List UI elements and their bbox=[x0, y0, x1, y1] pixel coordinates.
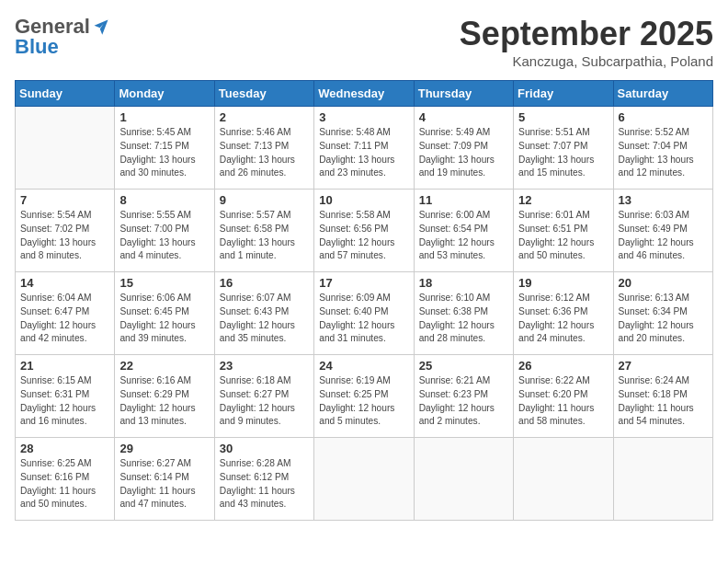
day-number: 25 bbox=[419, 359, 508, 373]
calendar-table: SundayMondayTuesdayWednesdayThursdayFrid… bbox=[15, 80, 713, 521]
calendar-cell: 30Sunrise: 6:28 AMSunset: 6:12 PMDayligh… bbox=[214, 438, 313, 521]
calendar-cell: 25Sunrise: 6:21 AMSunset: 6:23 PMDayligh… bbox=[414, 355, 513, 438]
weekday-header-saturday: Saturday bbox=[613, 81, 712, 107]
calendar-cell: 5Sunrise: 5:51 AMSunset: 7:07 PMDaylight… bbox=[514, 107, 613, 190]
calendar-cell: 10Sunrise: 5:58 AMSunset: 6:56 PMDayligh… bbox=[314, 190, 414, 272]
day-info: Sunrise: 5:51 AMSunset: 7:07 PMDaylight:… bbox=[518, 126, 608, 180]
day-number: 20 bbox=[619, 276, 708, 290]
calendar-cell: 27Sunrise: 6:24 AMSunset: 6:18 PMDayligh… bbox=[613, 355, 712, 438]
logo-bird-icon bbox=[92, 17, 110, 36]
week-row-5: 28Sunrise: 6:25 AMSunset: 6:16 PMDayligh… bbox=[16, 438, 713, 521]
day-info: Sunrise: 5:48 AMSunset: 7:11 PMDaylight:… bbox=[319, 126, 408, 180]
day-number: 7 bbox=[20, 193, 109, 207]
page-header: General Blue September 2025 Kanczuga, Su… bbox=[15, 15, 713, 69]
calendar-cell bbox=[414, 438, 513, 521]
day-info: Sunrise: 6:01 AMSunset: 6:51 PMDaylight:… bbox=[518, 209, 608, 263]
calendar-cell: 18Sunrise: 6:10 AMSunset: 6:38 PMDayligh… bbox=[414, 272, 513, 355]
day-info: Sunrise: 6:07 AMSunset: 6:43 PMDaylight:… bbox=[220, 292, 309, 346]
day-number: 15 bbox=[119, 276, 209, 290]
day-info: Sunrise: 5:52 AMSunset: 7:04 PMDaylight:… bbox=[619, 126, 708, 180]
day-info: Sunrise: 6:15 AMSunset: 6:31 PMDaylight:… bbox=[20, 374, 109, 429]
calendar-cell: 26Sunrise: 6:22 AMSunset: 6:20 PMDayligh… bbox=[514, 355, 613, 438]
calendar-cell: 9Sunrise: 5:57 AMSunset: 6:58 PMDaylight… bbox=[214, 190, 313, 272]
day-number: 28 bbox=[20, 442, 109, 455]
day-info: Sunrise: 6:27 AMSunset: 6:14 PMDaylight:… bbox=[119, 457, 209, 511]
weekday-header-monday: Monday bbox=[115, 81, 214, 107]
day-info: Sunrise: 6:00 AMSunset: 6:54 PMDaylight:… bbox=[419, 209, 508, 263]
day-number: 27 bbox=[619, 359, 708, 373]
calendar-cell: 6Sunrise: 5:52 AMSunset: 7:04 PMDaylight… bbox=[613, 107, 712, 190]
day-info: Sunrise: 6:28 AMSunset: 6:12 PMDaylight:… bbox=[220, 457, 309, 511]
calendar-cell: 1Sunrise: 5:45 AMSunset: 7:15 PMDaylight… bbox=[115, 107, 214, 190]
calendar-cell: 2Sunrise: 5:46 AMSunset: 7:13 PMDaylight… bbox=[214, 107, 313, 190]
calendar-cell: 28Sunrise: 6:25 AMSunset: 6:16 PMDayligh… bbox=[16, 438, 115, 521]
calendar-cell: 16Sunrise: 6:07 AMSunset: 6:43 PMDayligh… bbox=[214, 272, 313, 355]
calendar-cell: 23Sunrise: 6:18 AMSunset: 6:27 PMDayligh… bbox=[214, 355, 313, 438]
day-info: Sunrise: 5:58 AMSunset: 6:56 PMDaylight:… bbox=[319, 209, 408, 263]
day-number: 22 bbox=[119, 359, 209, 373]
weekday-header-tuesday: Tuesday bbox=[214, 81, 313, 107]
logo: General Blue bbox=[15, 15, 110, 59]
calendar-cell: 21Sunrise: 6:15 AMSunset: 6:31 PMDayligh… bbox=[16, 355, 115, 438]
day-info: Sunrise: 6:19 AMSunset: 6:25 PMDaylight:… bbox=[319, 374, 408, 429]
day-number: 5 bbox=[518, 110, 608, 124]
day-info: Sunrise: 6:09 AMSunset: 6:40 PMDaylight:… bbox=[319, 292, 408, 346]
day-info: Sunrise: 6:18 AMSunset: 6:27 PMDaylight:… bbox=[220, 374, 309, 429]
calendar-cell: 8Sunrise: 5:55 AMSunset: 7:00 PMDaylight… bbox=[115, 190, 214, 272]
week-row-3: 14Sunrise: 6:04 AMSunset: 6:47 PMDayligh… bbox=[16, 272, 713, 355]
calendar-cell: 4Sunrise: 5:49 AMSunset: 7:09 PMDaylight… bbox=[414, 107, 513, 190]
day-number: 16 bbox=[220, 276, 309, 290]
calendar-cell bbox=[314, 438, 414, 521]
day-info: Sunrise: 6:22 AMSunset: 6:20 PMDaylight:… bbox=[518, 374, 608, 429]
day-info: Sunrise: 5:55 AMSunset: 7:00 PMDaylight:… bbox=[119, 209, 209, 263]
calendar-cell: 17Sunrise: 6:09 AMSunset: 6:40 PMDayligh… bbox=[314, 272, 414, 355]
calendar-cell: 24Sunrise: 6:19 AMSunset: 6:25 PMDayligh… bbox=[314, 355, 414, 438]
week-row-4: 21Sunrise: 6:15 AMSunset: 6:31 PMDayligh… bbox=[16, 355, 713, 438]
day-number: 23 bbox=[220, 359, 309, 373]
day-info: Sunrise: 5:45 AMSunset: 7:15 PMDaylight:… bbox=[119, 126, 209, 180]
day-info: Sunrise: 6:04 AMSunset: 6:47 PMDaylight:… bbox=[20, 292, 109, 346]
calendar-cell bbox=[514, 438, 613, 521]
day-number: 26 bbox=[518, 359, 608, 373]
title-block: September 2025 Kanczuga, Subcarpathia, P… bbox=[460, 15, 713, 69]
day-number: 29 bbox=[119, 442, 209, 455]
day-number: 19 bbox=[518, 276, 608, 290]
day-number: 18 bbox=[419, 276, 508, 290]
day-number: 1 bbox=[119, 110, 209, 124]
day-info: Sunrise: 6:21 AMSunset: 6:23 PMDaylight:… bbox=[419, 374, 508, 429]
day-info: Sunrise: 5:46 AMSunset: 7:13 PMDaylight:… bbox=[220, 126, 309, 180]
calendar-cell: 12Sunrise: 6:01 AMSunset: 6:51 PMDayligh… bbox=[514, 190, 613, 272]
weekday-header-friday: Friday bbox=[514, 81, 613, 107]
day-info: Sunrise: 6:06 AMSunset: 6:45 PMDaylight:… bbox=[119, 292, 209, 346]
day-info: Sunrise: 6:25 AMSunset: 6:16 PMDaylight:… bbox=[20, 457, 109, 511]
day-number: 14 bbox=[20, 276, 109, 290]
day-info: Sunrise: 5:54 AMSunset: 7:02 PMDaylight:… bbox=[20, 209, 109, 263]
weekday-header-wednesday: Wednesday bbox=[314, 81, 414, 107]
week-row-1: 1Sunrise: 5:45 AMSunset: 7:15 PMDaylight… bbox=[16, 107, 713, 190]
calendar-cell: 15Sunrise: 6:06 AMSunset: 6:45 PMDayligh… bbox=[115, 272, 214, 355]
day-info: Sunrise: 6:03 AMSunset: 6:49 PMDaylight:… bbox=[619, 209, 708, 263]
day-number: 4 bbox=[419, 110, 508, 124]
calendar-cell: 19Sunrise: 6:12 AMSunset: 6:36 PMDayligh… bbox=[514, 272, 613, 355]
location-subtitle: Kanczuga, Subcarpathia, Poland bbox=[460, 53, 713, 69]
day-number: 21 bbox=[20, 359, 109, 373]
day-number: 17 bbox=[319, 276, 408, 290]
day-number: 10 bbox=[319, 193, 408, 207]
calendar-cell: 29Sunrise: 6:27 AMSunset: 6:14 PMDayligh… bbox=[115, 438, 214, 521]
week-row-2: 7Sunrise: 5:54 AMSunset: 7:02 PMDaylight… bbox=[16, 190, 713, 272]
calendar-cell: 14Sunrise: 6:04 AMSunset: 6:47 PMDayligh… bbox=[16, 272, 115, 355]
day-info: Sunrise: 5:57 AMSunset: 6:58 PMDaylight:… bbox=[220, 209, 309, 263]
weekday-header-row: SundayMondayTuesdayWednesdayThursdayFrid… bbox=[16, 81, 713, 107]
day-number: 30 bbox=[220, 442, 309, 455]
day-number: 2 bbox=[220, 110, 309, 124]
logo-blue-text: Blue bbox=[15, 35, 59, 59]
day-info: Sunrise: 6:16 AMSunset: 6:29 PMDaylight:… bbox=[119, 374, 209, 429]
day-number: 11 bbox=[419, 193, 508, 207]
weekday-header-sunday: Sunday bbox=[16, 81, 115, 107]
calendar-cell: 11Sunrise: 6:00 AMSunset: 6:54 PMDayligh… bbox=[414, 190, 513, 272]
day-info: Sunrise: 5:49 AMSunset: 7:09 PMDaylight:… bbox=[419, 126, 508, 180]
weekday-header-thursday: Thursday bbox=[414, 81, 513, 107]
calendar-cell: 3Sunrise: 5:48 AMSunset: 7:11 PMDaylight… bbox=[314, 107, 414, 190]
calendar-cell bbox=[16, 107, 115, 190]
day-number: 8 bbox=[119, 193, 209, 207]
